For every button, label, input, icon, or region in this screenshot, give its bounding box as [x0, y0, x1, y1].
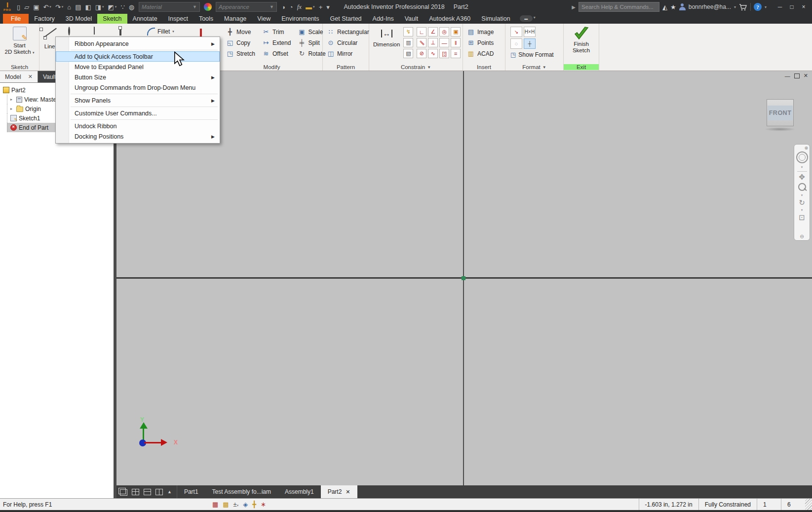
auto-dimension-button[interactable]: ↯ [403, 27, 413, 37]
maximize-button[interactable]: □ [786, 2, 797, 12]
move-button[interactable]: ╋Move [226, 27, 255, 37]
construction-button[interactable]: ◌ [510, 38, 522, 49]
origin-point[interactable] [462, 276, 465, 280]
tab-annotate[interactable]: Annotate [127, 14, 163, 24]
save-icon[interactable]: ▣▾ [31, 1, 41, 13]
horizontal-constraint-button[interactable]: ― [439, 38, 449, 47]
tab-file[interactable]: File [3, 14, 29, 24]
vertical-constraint-button[interactable]: ‖ [451, 38, 461, 47]
node-move-icon[interactable]: ∗▾ [261, 501, 266, 508]
doc-minimize-button[interactable]: — [785, 73, 790, 79]
circular-pattern-button[interactable]: ⊙Circular [327, 38, 365, 47]
chevron-down-icon[interactable]: ▾ [534, 15, 536, 24]
collinear-constraint-button[interactable]: ∠ [428, 27, 438, 37]
undo-icon[interactable]: ↶▾ [41, 1, 53, 13]
web-icon[interactable]: ◍▾ [127, 1, 136, 13]
tab-tools[interactable]: Tools [193, 14, 219, 24]
tab-get-started[interactable]: Get Started [325, 14, 367, 24]
tab-factory[interactable]: Factory [29, 14, 60, 24]
parallel-constraint-button[interactable]: ∥ [417, 38, 426, 47]
symmetric-constraint-button[interactable]: [¦] [439, 49, 449, 58]
doc-tab-part2[interactable]: Part2 ✕ [321, 485, 357, 498]
rotate-button[interactable]: ↻Rotate [298, 49, 325, 58]
render-icon[interactable]: ◨▾ [93, 1, 106, 13]
menu-item-undock-ribbon[interactable]: Undock Ribbon ▶ [56, 121, 220, 131]
menu-item-docking-positions[interactable]: Docking Positions ▶ [56, 131, 220, 142]
tile-windows-icon[interactable] [132, 489, 139, 495]
snap-grid-icon[interactable]: ▦▾ [212, 501, 218, 508]
zoom-icon[interactable] [798, 183, 806, 191]
equal-constraint-button[interactable]: = [451, 49, 461, 58]
doc-tab-part1[interactable]: Part1 ✕ [177, 485, 205, 498]
steering-wheel-icon[interactable] [796, 151, 808, 163]
trim-button[interactable]: ✂Trim [262, 27, 291, 37]
arc-tool-button[interactable] [94, 28, 95, 35]
dimension-display-icon[interactable]: ±▾ [233, 501, 239, 508]
mirror-button[interactable]: ◫Mirror [327, 49, 365, 58]
show-format-button[interactable]: ◳ Show Format [505, 49, 563, 58]
doc-tab-test-assembly[interactable]: Test Assembly fo...iam ✕ [205, 485, 278, 498]
more-commands-icon[interactable]: ▾▾ [324, 1, 332, 13]
plane-icon[interactable]: ◈▾ [243, 501, 248, 508]
chevron-down-icon[interactable]: ▾ [801, 193, 803, 197]
search-input[interactable] [579, 2, 659, 12]
menu-item-button-size[interactable]: Button Size ▶ [56, 72, 220, 82]
sketch-canvas[interactable]: — ✕ FRONT ⊗ ▾ ✥ ▾ ↻ ▾ ⊡ ⊖ Y X [116, 71, 812, 485]
expander-icon[interactable]: ▸ [10, 107, 14, 111]
face-tool-button[interactable] [200, 30, 202, 37]
tab-sketch[interactable]: Sketch [97, 14, 127, 24]
menu-item-ungroup-commands[interactable]: Ungroup Commands from Drop-Down Menu ▶ [56, 82, 220, 93]
tile-horizontal-icon[interactable] [144, 489, 151, 495]
fix-constraint-button[interactable]: ▣ [451, 27, 461, 37]
visibility-icon[interactable]: ▩▾ [223, 501, 229, 508]
driven-dimension-button[interactable]: ↘ [510, 27, 522, 37]
tab-manage[interactable]: Manage [219, 14, 252, 24]
rectangular-pattern-button[interactable]: ∷Rectangular [327, 27, 365, 37]
dimension-button[interactable]: ↔ Dimension [373, 27, 400, 58]
color-wheel-icon[interactable] [204, 3, 212, 11]
close-button[interactable]: × [798, 2, 809, 12]
view-cube[interactable]: FRONT [767, 99, 794, 126]
finish-sketch-button[interactable]: Finish Sketch [564, 24, 599, 54]
tab-add-ins[interactable]: Add-Ins [367, 14, 399, 24]
plus-icon[interactable]: +▾ [317, 1, 325, 13]
close-tab-icon[interactable]: ✕ [346, 489, 350, 495]
capture-icon[interactable]: ◩▾ [106, 1, 119, 13]
tile-vertical-icon[interactable] [155, 489, 163, 495]
home-icon[interactable]: ⌂▾ [65, 1, 73, 13]
menu-item-show-panels[interactable]: Show Panels ▶ [56, 95, 220, 106]
rectangle-tool-button[interactable] [119, 28, 121, 35]
expander-icon[interactable]: ▸ [10, 97, 14, 102]
material-select[interactable]: Material▼ [139, 2, 200, 12]
doc-close-button[interactable]: ✕ [804, 73, 808, 79]
parameters-fx-icon[interactable]: fx▾ [295, 1, 304, 13]
clear-appearance-icon[interactable]: ◔▾ [287, 1, 295, 13]
look-at-icon[interactable]: ⊡ [799, 213, 805, 222]
expand-search-icon[interactable]: ▶ [572, 4, 576, 10]
community-icon[interactable]: ◭ [662, 3, 667, 11]
orbit-icon[interactable]: ↻ [799, 198, 805, 207]
user-avatar-icon[interactable] [679, 3, 686, 10]
tab-model[interactable]: Model✕ [0, 71, 38, 82]
minimize-button[interactable]: ─ [774, 2, 785, 12]
doc-restore-button[interactable] [794, 73, 800, 78]
image-button[interactable]: ▤Image [467, 27, 501, 37]
a360-cloud-menu-icon[interactable]: ▬ [520, 15, 533, 22]
tab-vault[interactable]: Vault [399, 14, 424, 24]
extend-button[interactable]: ↦Extend [262, 38, 291, 47]
chevron-down-icon[interactable]: ▾ [734, 5, 736, 9]
perpendicular-constraint-button[interactable]: ⊥ [428, 38, 438, 47]
open-icon[interactable]: ▱▾ [22, 1, 31, 13]
start-2d-sketch-button[interactable]: Start 2D Sketch ▾ [0, 24, 39, 56]
new-file-icon[interactable]: ▯▾ [15, 1, 22, 13]
acad-button[interactable]: ▥ACAD [467, 49, 501, 58]
tab-3d-model[interactable]: 3D Model [60, 14, 98, 24]
menu-item-move-to-expanded-panel[interactable]: Move to Expanded Panel ▶ [56, 62, 220, 72]
fillet-button[interactable]: Fillet ▾ [147, 28, 174, 36]
menu-item-customize-user-commands[interactable]: Customize User Commands... ▶ [56, 108, 220, 118]
chevron-down-icon[interactable]: ▾ [801, 165, 803, 169]
tab-inspect[interactable]: Inspect [163, 14, 193, 24]
presentation-icon[interactable]: ◧▾ [83, 1, 93, 13]
signed-in-user[interactable]: bonnrhee@ha... [689, 3, 731, 10]
resize-grip[interactable] [805, 499, 812, 510]
